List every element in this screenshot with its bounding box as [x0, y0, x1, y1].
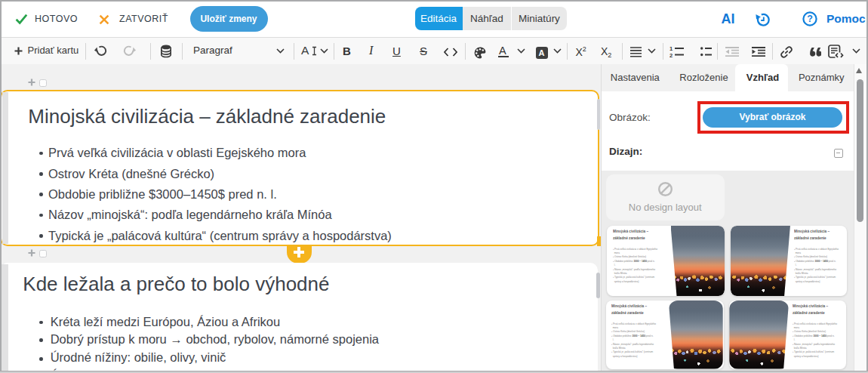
- svg-text:2: 2: [669, 51, 673, 57]
- svg-text:?: ?: [807, 14, 813, 24]
